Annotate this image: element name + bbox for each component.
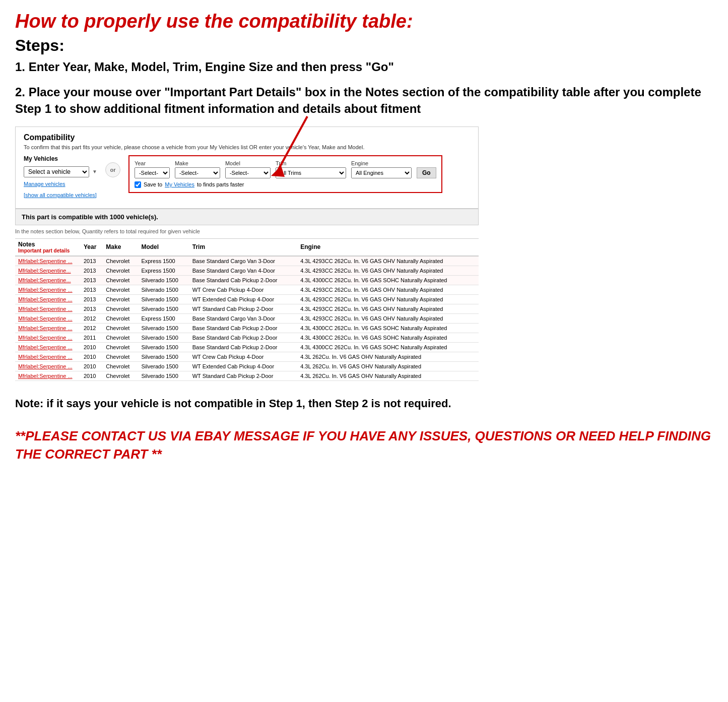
steps-title: Steps: <box>15 36 713 55</box>
cell-notes[interactable]: Mfrlabel:Serpentine ... <box>15 256 81 266</box>
cell-make: Chevrolet <box>103 266 138 275</box>
th-notes-main: Notes <box>18 241 78 248</box>
make-select[interactable]: -Select- <box>175 167 220 178</box>
cell-notes[interactable]: Mfrlabel:Serpentine ... <box>15 294 81 304</box>
cell-trim: Base Standard Cab Pickup 2-Door <box>189 275 297 285</box>
cell-notes[interactable]: Mfrlabel:Serpentine ... <box>15 342 81 352</box>
th-year: Year <box>81 238 103 256</box>
cell-model: Silverado 1500 <box>138 361 189 371</box>
cell-trim: Base Standard Cargo Van 3-Door <box>189 256 297 266</box>
cell-model: Silverado 1500 <box>138 323 189 333</box>
cell-model: Express 1500 <box>138 313 189 323</box>
cell-model: Silverado 1500 <box>138 342 189 352</box>
th-notes: Notes Important part details <box>15 238 81 256</box>
compat-box: Compatibility To confirm that this part … <box>15 126 479 209</box>
cell-model: Silverado 1500 <box>138 352 189 361</box>
table-row: Mfrlabel:Serpentine ...2013ChevroletSilv… <box>15 285 479 294</box>
table-row: Mfrlabel:Serpentine ...2010ChevroletSilv… <box>15 352 479 361</box>
cell-year: 2010 <box>81 361 103 371</box>
th-trim: Trim <box>189 238 297 256</box>
svg-line-0 <box>277 116 307 172</box>
or-circle: or <box>105 162 120 177</box>
th-model: Model <box>138 238 189 256</box>
table-row: Mfrlabel:Serpentine ...2010ChevroletSilv… <box>15 371 479 380</box>
table-row: Mfrlabel:Serpentine...2013ChevroletExpre… <box>15 266 479 275</box>
cell-engine: 4.3L 4300CC 262Cu. In. V6 GAS SOHC Natur… <box>297 323 479 333</box>
cell-make: Chevrolet <box>103 352 138 361</box>
cell-trim: Base Standard Cab Pickup 2-Door <box>189 323 297 333</box>
cell-engine: 4.3L 4293CC 262Cu. In. V6 GAS OHV Natura… <box>297 285 479 294</box>
table-row: Mfrlabel:Serpentine ...2012ChevroletExpr… <box>15 313 479 323</box>
table-row: Mfrlabel:Serpentine ...2013ChevroletExpr… <box>15 256 479 266</box>
table-row: Mfrlabel:Serpentine ...2013ChevroletSilv… <box>15 304 479 313</box>
cell-engine: 4.3L 262Cu. In. V6 GAS OHV Naturally Asp… <box>297 352 479 361</box>
cell-notes[interactable]: Mfrlabel:Serpentine ... <box>15 323 81 333</box>
svg-marker-1 <box>271 166 285 177</box>
cell-year: 2010 <box>81 352 103 361</box>
cell-make: Chevrolet <box>103 323 138 333</box>
cell-make: Chevrolet <box>103 361 138 371</box>
contact-text: **PLEASE CONTACT US VIA EBAY MESSAGE IF … <box>15 427 713 464</box>
cell-notes[interactable]: Mfrlabel:Serpentine... <box>15 275 81 285</box>
cell-notes[interactable]: Mfrlabel:Serpentine ... <box>15 361 81 371</box>
year-label: Year <box>135 160 170 166</box>
show-all-link[interactable]: [show all compatible vehicles] <box>24 192 97 198</box>
step2-text: 2. Place your mouse over "Important Part… <box>15 84 713 117</box>
th-make: Make <box>103 238 138 256</box>
cell-year: 2013 <box>81 285 103 294</box>
cell-engine: 4.3L 4300CC 262Cu. In. V6 GAS SOHC Natur… <box>297 275 479 285</box>
quantity-note: In the notes section below, Quantity ref… <box>15 228 713 234</box>
cell-engine: 4.3L 4293CC 262Cu. In. V6 GAS OHV Natura… <box>297 266 479 275</box>
table-row: Mfrlabel:Serpentine...2013ChevroletSilve… <box>15 275 479 285</box>
cell-trim: Base Standard Cargo Van 3-Door <box>189 313 297 323</box>
main-title: How to properly use the compatibility ta… <box>15 10 713 33</box>
year-field-group: Year -Select- <box>135 160 170 178</box>
cell-make: Chevrolet <box>103 275 138 285</box>
cell-model: Express 1500 <box>138 256 189 266</box>
cell-year: 2013 <box>81 294 103 304</box>
cell-make: Chevrolet <box>103 256 138 266</box>
cell-notes[interactable]: Mfrlabel:Serpentine... <box>15 266 81 275</box>
cell-make: Chevrolet <box>103 313 138 323</box>
cell-notes[interactable]: Mfrlabel:Serpentine ... <box>15 371 81 380</box>
cell-trim: Base Standard Cargo Van 4-Door <box>189 266 297 275</box>
cell-model: Silverado 1500 <box>138 304 189 313</box>
cell-engine: 4.3L 262Cu. In. V6 GAS OHV Naturally Asp… <box>297 361 479 371</box>
cell-year: 2011 <box>81 333 103 342</box>
select-vehicle-row: Select a vehicle ▼ <box>24 166 97 177</box>
cell-year: 2013 <box>81 266 103 275</box>
cell-year: 2013 <box>81 256 103 266</box>
save-row: Save to My Vehicles to finds parts faste… <box>135 181 436 188</box>
manage-vehicles-link[interactable]: Manage vehicles <box>24 181 97 187</box>
cell-make: Chevrolet <box>103 294 138 304</box>
cell-year: 2010 <box>81 342 103 352</box>
table-row: Mfrlabel:Serpentine ...2013ChevroletSilv… <box>15 294 479 304</box>
cell-model: Silverado 1500 <box>138 333 189 342</box>
cell-notes[interactable]: Mfrlabel:Serpentine ... <box>15 333 81 342</box>
go-button[interactable]: Go <box>417 167 436 178</box>
cell-trim: Base Standard Cab Pickup 2-Door <box>189 342 297 352</box>
select-vehicle-dropdown[interactable]: Select a vehicle <box>24 166 89 177</box>
my-vehicles-link[interactable]: My Vehicles <box>165 181 194 187</box>
cell-engine: 4.3L 262Cu. In. V6 GAS OHV Naturally Asp… <box>297 371 479 380</box>
cell-notes[interactable]: Mfrlabel:Serpentine ... <box>15 285 81 294</box>
save-label: Save to <box>144 181 162 187</box>
cell-make: Chevrolet <box>103 371 138 380</box>
save-checkbox[interactable] <box>135 181 141 188</box>
make-field-group: Make -Select- <box>175 160 220 178</box>
table-body: Mfrlabel:Serpentine ...2013ChevroletExpr… <box>15 256 479 381</box>
compat-title: Compatibility <box>24 133 470 142</box>
compatible-banner: This part is compatible with 1000 vehicl… <box>15 209 479 225</box>
engine-field-group: Engine All Engines <box>351 160 412 178</box>
cell-model: Silverado 1500 <box>138 294 189 304</box>
engine-select[interactable]: All Engines <box>351 167 412 178</box>
cell-notes[interactable]: Mfrlabel:Serpentine ... <box>15 352 81 361</box>
year-select[interactable]: -Select- <box>135 167 170 178</box>
cell-notes[interactable]: Mfrlabel:Serpentine ... <box>15 304 81 313</box>
step1-text: 1. Enter Year, Make, Model, Trim, Engine… <box>15 59 713 75</box>
cell-make: Chevrolet <box>103 342 138 352</box>
cell-notes[interactable]: Mfrlabel:Serpentine ... <box>15 313 81 323</box>
cell-make: Chevrolet <box>103 333 138 342</box>
compat-table: Notes Important part details Year Make M… <box>15 238 479 381</box>
th-notes-sub: Important part details <box>18 248 78 253</box>
